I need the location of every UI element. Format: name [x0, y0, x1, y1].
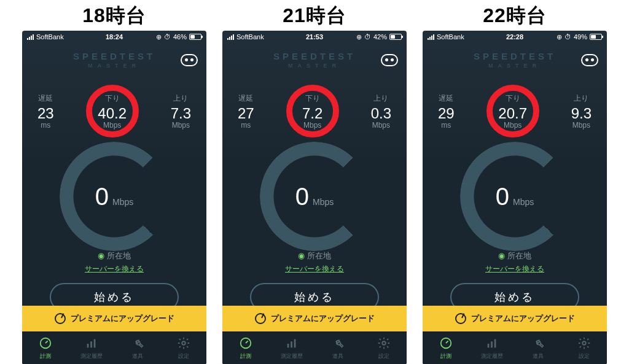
assistant-icon[interactable] — [381, 54, 398, 66]
location-row: ◉所在地 — [423, 250, 607, 261]
signal-icon — [27, 34, 34, 40]
clock: 18:24 — [106, 33, 123, 41]
metric-down-label: 下り — [485, 93, 541, 104]
change-server-link[interactable]: サーバーを換える — [22, 264, 206, 274]
tab-history[interactable]: 測定履歴 — [469, 332, 515, 364]
phone-screenshot: SoftBank 22:28 ⊕ ⏱ 49% SPEEDTESTMASTER 遅… — [423, 31, 607, 364]
assistant-icon[interactable] — [181, 54, 198, 66]
metric-down: 下り 40.2 Mbps — [85, 93, 140, 130]
metric-delay: 遅延 29 ms — [438, 93, 455, 130]
metrics-row: 遅延 23 ms 下り 40.2 Mbps 上り 7.3 Mbps — [22, 86, 206, 136]
tab-tools[interactable]: 道具 — [314, 332, 361, 364]
tab-measure-icon — [39, 336, 52, 351]
metric-delay-label: 遅延 — [238, 93, 254, 104]
metric-down-value: 40.2 — [85, 105, 140, 122]
speed-gauge: 0 Mbps — [222, 147, 407, 246]
premium-banner[interactable]: プレミアムにアップグレード — [423, 306, 607, 331]
tab-history-label: 測定履歴 — [80, 352, 103, 360]
tab-bar: 計測測定履歴道具設定 — [222, 331, 407, 364]
metric-up: 上り 7.3 Mbps — [171, 93, 191, 130]
gauge-icon — [255, 313, 266, 324]
screenshot-title: 21時台 — [283, 2, 346, 29]
metric-down-unit: Mbps — [85, 121, 140, 130]
signal-icon — [428, 34, 434, 40]
tab-history[interactable]: 測定履歴 — [68, 332, 114, 364]
premium-label: プレミアムにアップグレード — [271, 313, 375, 324]
tab-measure[interactable]: 計測 — [22, 332, 68, 364]
tab-tools-icon — [531, 336, 545, 351]
app-logo: SPEEDTESTMASTER — [222, 52, 407, 69]
tab-history[interactable]: 測定履歴 — [268, 332, 314, 364]
tab-tools[interactable]: 道具 — [515, 332, 561, 364]
metrics-row: 遅延 27 ms 下り 7.2 Mbps 上り 0.3 Mbps — [222, 86, 407, 136]
gauge-value: 0 — [95, 183, 109, 211]
alarm-icon: ⊕ — [156, 33, 162, 41]
tab-measure[interactable]: 計測 — [423, 332, 469, 364]
gauge-unit: Mbps — [112, 197, 133, 207]
tab-settings-label: 設定 — [378, 352, 389, 360]
alarm-icon-2: ⏱ — [364, 33, 371, 41]
metric-delay-value: 23 — [37, 105, 54, 122]
tab-settings[interactable]: 設定 — [160, 332, 206, 364]
metric-up: 上り 9.3 Mbps — [571, 93, 592, 130]
metric-down: 下り 7.2 Mbps — [285, 93, 340, 130]
alarm-icon: ⊕ — [356, 33, 362, 41]
premium-label: プレミアムにアップグレード — [71, 313, 174, 324]
change-server-link[interactable]: サーバーを換える — [222, 264, 407, 274]
location-label: 所在地 — [507, 251, 531, 260]
metrics-row: 遅延 29 ms 下り 20.7 Mbps 上り 9.3 Mbps — [423, 86, 607, 136]
gauge-icon — [55, 313, 66, 324]
tab-bar: 計測測定履歴道具設定 — [423, 331, 607, 364]
speed-gauge: 0 Mbps — [22, 147, 206, 246]
svg-rect-12 — [491, 341, 493, 347]
premium-banner[interactable]: プレミアムにアップグレード — [222, 306, 407, 331]
svg-point-14 — [582, 341, 586, 345]
assistant-icon[interactable] — [581, 54, 598, 66]
tab-settings-icon — [377, 336, 391, 351]
metric-down-unit: Mbps — [485, 121, 541, 130]
screenshot-title: 18時台 — [82, 2, 146, 29]
app-logo: SPEEDTESTMASTER — [423, 52, 607, 69]
phone-screenshot: SoftBank 21:53 ⊕ ⏱ 42% SPEEDTESTMASTER 遅… — [222, 31, 407, 364]
tab-history-icon — [85, 336, 98, 351]
tab-settings-label: 設定 — [178, 352, 189, 360]
tab-tools[interactable]: 道具 — [114, 332, 160, 364]
metric-delay: 遅延 23 ms — [37, 93, 54, 130]
metric-delay: 遅延 27 ms — [238, 93, 254, 130]
tab-settings-label: 設定 — [579, 352, 590, 360]
tab-tools-label: 道具 — [132, 352, 143, 360]
metric-up-unit: Mbps — [371, 121, 391, 130]
metric-up-value: 7.3 — [171, 105, 191, 122]
svg-point-4 — [182, 341, 186, 345]
tab-settings[interactable]: 設定 — [561, 332, 607, 364]
logo-line2: MASTER — [222, 63, 407, 69]
metric-down-value: 7.2 — [285, 105, 340, 122]
metric-down-label: 下り — [285, 93, 340, 104]
svg-rect-1 — [87, 344, 88, 347]
logo-line1: SPEEDTEST — [474, 51, 556, 61]
premium-label: プレミアムにアップグレード — [471, 313, 575, 324]
metric-up-unit: Mbps — [571, 121, 592, 130]
gauge-value: 0 — [295, 183, 309, 211]
tab-measure-icon — [439, 336, 453, 351]
premium-banner[interactable]: プレミアムにアップグレード — [22, 306, 206, 331]
metric-up: 上り 0.3 Mbps — [371, 93, 391, 130]
pin-icon: ◉ — [98, 251, 104, 260]
carrier-label: SoftBank — [437, 33, 464, 41]
metric-up-value: 0.3 — [371, 105, 391, 122]
tab-settings[interactable]: 設定 — [361, 332, 407, 364]
signal-icon — [227, 34, 234, 40]
tab-tools-icon — [131, 336, 144, 351]
alarm-icon-2: ⏱ — [565, 33, 571, 41]
battery-icon — [189, 34, 201, 40]
location-row: ◉所在地 — [22, 250, 206, 261]
logo-line2: MASTER — [22, 63, 206, 69]
gauge-unit: Mbps — [513, 197, 534, 207]
clock: 21:53 — [306, 33, 323, 41]
tab-measure[interactable]: 計測 — [222, 332, 268, 364]
tab-settings-icon — [577, 336, 591, 351]
gauge-value: 0 — [496, 183, 509, 211]
tab-history-icon — [485, 336, 499, 351]
svg-point-9 — [382, 341, 386, 345]
change-server-link[interactable]: サーバーを換える — [423, 264, 607, 274]
